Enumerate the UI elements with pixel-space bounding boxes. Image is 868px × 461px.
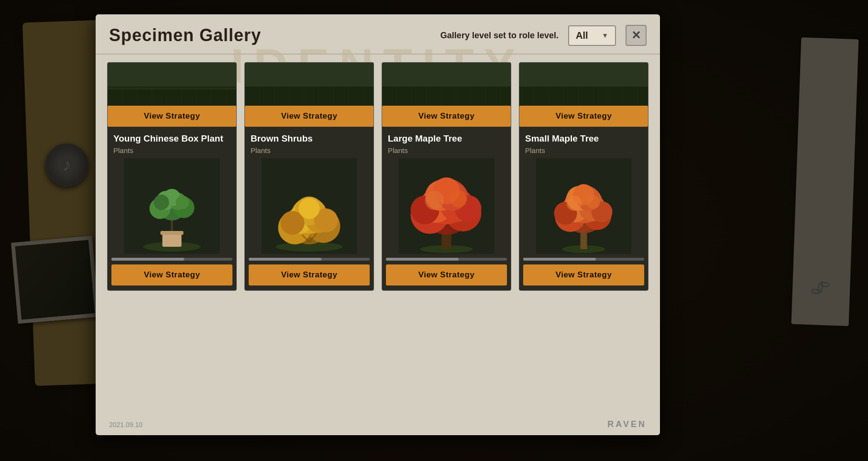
svg-rect-37 <box>382 87 511 106</box>
card-scrollbar-3 <box>386 258 507 261</box>
card-bottom-btn-area-1: View Strategy <box>108 264 236 290</box>
card-young-chinese-box-plant: View Strategy Young Chinese Box Plant Pl… <box>107 62 237 291</box>
close-icon: ✕ <box>631 29 641 42</box>
card-body-3: Large Maple Tree Plants <box>382 127 511 258</box>
card-body-2: Brown Shrubs Plants <box>245 127 374 258</box>
top-scene-2 <box>245 63 374 106</box>
card-name-4: Small Maple Tree <box>525 133 642 144</box>
top-scene-3 <box>382 63 511 106</box>
svg-point-57 <box>425 191 444 210</box>
plant-area-1 <box>113 158 231 254</box>
filter-dropdown[interactable]: All ▼ <box>568 25 616 46</box>
top-scene-4 <box>519 63 648 106</box>
card-category-2: Plants <box>251 146 368 154</box>
card-top-image-1 <box>108 63 236 106</box>
view-strategy-button-bottom-3[interactable]: View Strategy <box>386 264 507 285</box>
modal-title: Specimen Gallery <box>109 25 261 45</box>
svg-point-81 <box>587 196 600 209</box>
svg-point-18 <box>154 195 169 210</box>
footer-brand: RAVEN <box>607 419 647 429</box>
card-scrollbar-4 <box>523 258 644 261</box>
plant-area-2 <box>251 158 368 254</box>
view-strategy-button-top-2[interactable]: View Strategy <box>245 106 374 127</box>
card-name-1: Young Chinese Box Plant <box>113 133 231 144</box>
card-name-3: Large Maple Tree <box>388 133 505 144</box>
view-strategy-button-bottom-4[interactable]: View Strategy <box>523 264 644 285</box>
gallery-level-label: Gallery level set to role level. <box>440 31 559 41</box>
modal-footer: 2021.09.10 RAVEN <box>109 419 647 429</box>
card-scrollbar-thumb-4 <box>523 258 596 261</box>
dropdown-arrow-icon: ▼ <box>602 32 608 39</box>
card-category-3: Plants <box>388 146 505 154</box>
svg-rect-60 <box>519 87 648 106</box>
plant-area-4 <box>525 158 642 254</box>
card-body-4: Small Maple Tree Plants <box>519 127 648 258</box>
card-top-image-3 <box>382 63 511 106</box>
svg-rect-6 <box>161 231 184 235</box>
modal-content: View Strategy Young Chinese Box Plant Pl… <box>96 55 660 298</box>
svg-point-58 <box>450 190 467 208</box>
cards-grid: View Strategy Young Chinese Box Plant Pl… <box>107 62 648 291</box>
modal-header: Specimen Gallery Gallery level set to ro… <box>96 14 660 55</box>
svg-point-80 <box>567 196 582 211</box>
card-scrollbar-thumb-2 <box>249 258 321 261</box>
card-category-1: Plants <box>113 146 231 154</box>
card-large-maple-tree: View Strategy Large Maple Tree Plants <box>382 62 511 291</box>
svg-point-19 <box>176 196 189 209</box>
plant-svg-4 <box>525 158 642 254</box>
top-scene-1 <box>108 63 236 106</box>
specimen-gallery-modal: IDENTITY Specimen Gallery Gallery level … <box>96 14 660 435</box>
svg-rect-20 <box>245 63 374 106</box>
svg-rect-36 <box>382 63 511 106</box>
close-button[interactable]: ✕ <box>626 25 647 46</box>
filter-label: All <box>576 30 588 41</box>
svg-point-33 <box>299 198 320 219</box>
card-small-maple-tree: View Strategy Small Maple Tree Plants <box>519 62 648 291</box>
view-strategy-button-top-4[interactable]: View Strategy <box>519 106 648 127</box>
card-bottom-btn-area-3: View Strategy <box>382 264 511 290</box>
svg-rect-41 <box>442 232 451 249</box>
plant-svg-3 <box>388 158 505 254</box>
view-strategy-button-bottom-2[interactable]: View Strategy <box>249 264 370 285</box>
view-strategy-button-bottom-1[interactable]: View Strategy <box>111 264 232 285</box>
view-strategy-button-top-3[interactable]: View Strategy <box>382 106 511 127</box>
card-bottom-btn-area-2: View Strategy <box>245 264 374 290</box>
svg-rect-0 <box>108 63 236 106</box>
card-scrollbar-1 <box>111 258 232 261</box>
card-scrollbar-2 <box>249 258 370 261</box>
plant-area-3 <box>388 158 505 254</box>
view-strategy-button-top-1[interactable]: View Strategy <box>108 106 236 127</box>
card-category-4: Plants <box>525 146 642 154</box>
plant-svg-1 <box>113 158 231 254</box>
card-top-image-2 <box>245 63 374 106</box>
svg-rect-2 <box>108 88 236 89</box>
header-controls: Gallery level set to role level. All ▼ ✕ <box>440 25 647 46</box>
svg-rect-1 <box>108 87 236 106</box>
card-scrollbar-thumb-1 <box>111 258 184 261</box>
card-top-image-4 <box>519 63 648 106</box>
card-body-1: Young Chinese Box Plant Plants <box>108 127 236 258</box>
plant-svg-2 <box>251 158 368 254</box>
card-name-2: Brown Shrubs <box>251 133 368 144</box>
svg-rect-21 <box>245 87 374 106</box>
card-bottom-btn-area-4: View Strategy <box>519 264 648 290</box>
footer-date: 2021.09.10 <box>109 421 143 428</box>
svg-rect-59 <box>519 63 648 106</box>
card-brown-shrubs: View Strategy Brown Shrubs Plants <box>244 62 374 291</box>
card-scrollbar-thumb-3 <box>386 258 459 261</box>
